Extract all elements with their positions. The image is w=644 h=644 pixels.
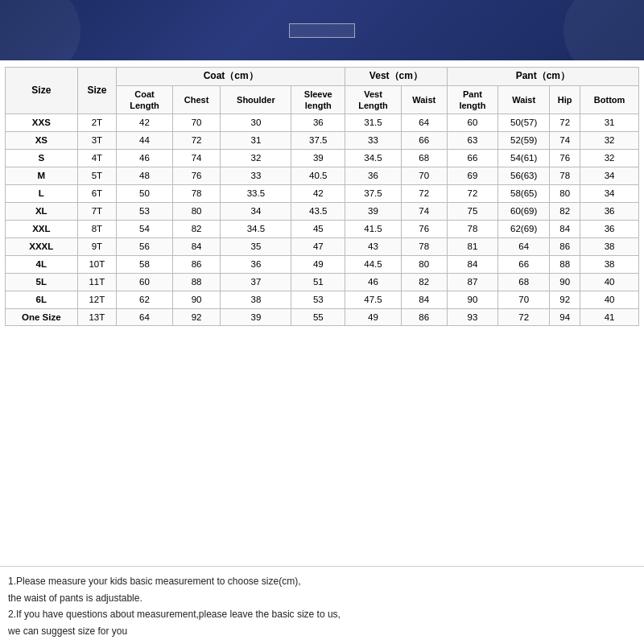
cell-shoulder: 34 — [221, 202, 291, 220]
pant-group-header: Pant（cm） — [447, 68, 638, 86]
size-header-1: Size — [6, 68, 78, 114]
cell-sleeve: 43.5 — [291, 202, 345, 220]
cell-coat-length: 58 — [117, 255, 173, 273]
col-vest-waist: Waist — [401, 85, 447, 114]
cell-p-waist: 66 — [498, 255, 550, 273]
cell-tag: 10T — [77, 255, 117, 273]
cell-tag: 6T — [77, 184, 117, 202]
col-bottom: Bottom — [580, 85, 639, 114]
cell-sleeve: 40.5 — [291, 167, 345, 185]
cell-p-waist: 68 — [498, 273, 550, 291]
cell-sleeve: 39 — [291, 150, 345, 167]
cell-tag: 5T — [77, 167, 117, 185]
cell-pant-length: 69 — [447, 167, 498, 185]
cell-coat-length: 64 — [117, 308, 173, 326]
cell-vest-length: 37.5 — [345, 184, 402, 202]
cell-vest-length: 41.5 — [345, 220, 402, 237]
cell-size: XL — [6, 202, 78, 220]
cell-chest: 72 — [172, 132, 220, 150]
cell-waist: 84 — [401, 291, 447, 308]
cell-waist: 80 — [401, 255, 447, 273]
cell-sleeve: 37.5 — [291, 132, 345, 150]
cell-pant-length: 81 — [447, 237, 498, 255]
cell-coat-length: 54 — [117, 220, 173, 237]
cell-tag: 8T — [77, 220, 117, 237]
cell-shoulder: 36 — [221, 255, 291, 273]
size-table: Size Size Coat（cm） Vest（cm） Pant（cm） Coa… — [5, 67, 639, 326]
cell-pant-length: 75 — [447, 202, 498, 220]
cell-size: XXL — [6, 220, 78, 237]
cell-hip: 86 — [550, 237, 580, 255]
cell-coat-length: 48 — [117, 167, 173, 185]
cell-coat-length: 56 — [117, 237, 173, 255]
header-title-box — [289, 23, 355, 38]
table-row: XXL 8T 54 82 34.5 45 41.5 76 78 62(69) 8… — [6, 220, 639, 237]
col-vest-length: VestLength — [345, 85, 402, 114]
col-chest: Chest — [172, 85, 220, 114]
cell-coat-length: 46 — [117, 150, 173, 167]
cell-bottom: 36 — [580, 220, 639, 237]
cell-waist: 76 — [401, 220, 447, 237]
table-row: L 6T 50 78 33.5 42 37.5 72 72 58(65) 80 … — [6, 184, 639, 202]
cell-tag: 12T — [77, 291, 117, 308]
cell-tag: 13T — [77, 308, 117, 326]
cell-waist: 72 — [401, 184, 447, 202]
col-coat-length: CoatLength — [117, 85, 173, 114]
cell-coat-length: 62 — [117, 291, 173, 308]
cell-size: 6L — [6, 291, 78, 308]
note-line-2: the waist of pants is adjustable. — [8, 590, 636, 606]
cell-sleeve: 47 — [291, 237, 345, 255]
cell-shoulder: 30 — [221, 114, 291, 132]
cell-p-waist: 64 — [498, 237, 550, 255]
cell-chest: 90 — [172, 291, 220, 308]
cell-hip: 78 — [550, 167, 580, 185]
cell-chest: 76 — [172, 167, 220, 185]
cell-p-waist: 58(65) — [498, 184, 550, 202]
vest-group-header: Vest（cm） — [345, 68, 447, 86]
header-banner — [0, 0, 644, 60]
group-header-row: Size Size Coat（cm） Vest（cm） Pant（cm） — [6, 68, 639, 86]
cell-size: 5L — [6, 273, 78, 291]
table-row: 6L 12T 62 90 38 53 47.5 84 90 70 92 40 — [6, 291, 639, 308]
table-row: S 4T 46 74 32 39 34.5 68 66 54(61) 76 32 — [6, 150, 639, 167]
cell-shoulder: 32 — [221, 150, 291, 167]
cell-size: M — [6, 167, 78, 185]
cell-tag: 3T — [77, 132, 117, 150]
cell-size: 4L — [6, 255, 78, 273]
cell-bottom: 38 — [580, 255, 639, 273]
size-header-2: Size — [77, 68, 117, 114]
cell-chest: 74 — [172, 150, 220, 167]
cell-bottom: 34 — [580, 184, 639, 202]
cell-vest-length: 43 — [345, 237, 402, 255]
cell-tag: 7T — [77, 202, 117, 220]
cell-vest-length: 33 — [345, 132, 402, 150]
cell-size: XXXL — [6, 237, 78, 255]
cell-chest: 82 — [172, 220, 220, 237]
cell-tag: 4T — [77, 150, 117, 167]
cell-waist: 86 — [401, 308, 447, 326]
col-shoulder: Shoulder — [221, 85, 291, 114]
cell-hip: 84 — [550, 220, 580, 237]
cell-pant-length: 78 — [447, 220, 498, 237]
coat-group-header: Coat（cm） — [117, 68, 345, 86]
table-row: XXS 2T 42 70 30 36 31.5 64 60 50(57) 72 … — [6, 114, 639, 132]
cell-p-waist: 60(69) — [498, 202, 550, 220]
cell-bottom: 40 — [580, 273, 639, 291]
cell-coat-length: 60 — [117, 273, 173, 291]
cell-size: XXS — [6, 114, 78, 132]
cell-bottom: 36 — [580, 202, 639, 220]
cell-waist: 66 — [401, 132, 447, 150]
note-line-3: 2.If you have questions about measuremen… — [8, 606, 636, 622]
cell-coat-length: 44 — [117, 132, 173, 150]
cell-vest-length: 39 — [345, 202, 402, 220]
cell-waist: 68 — [401, 150, 447, 167]
cell-coat-length: 50 — [117, 184, 173, 202]
cell-sleeve: 51 — [291, 273, 345, 291]
cell-bottom: 38 — [580, 237, 639, 255]
cell-hip: 74 — [550, 132, 580, 150]
cell-shoulder: 38 — [221, 291, 291, 308]
cell-sleeve: 49 — [291, 255, 345, 273]
cell-vest-length: 34.5 — [345, 150, 402, 167]
cell-size: L — [6, 184, 78, 202]
cell-shoulder: 33 — [221, 167, 291, 185]
